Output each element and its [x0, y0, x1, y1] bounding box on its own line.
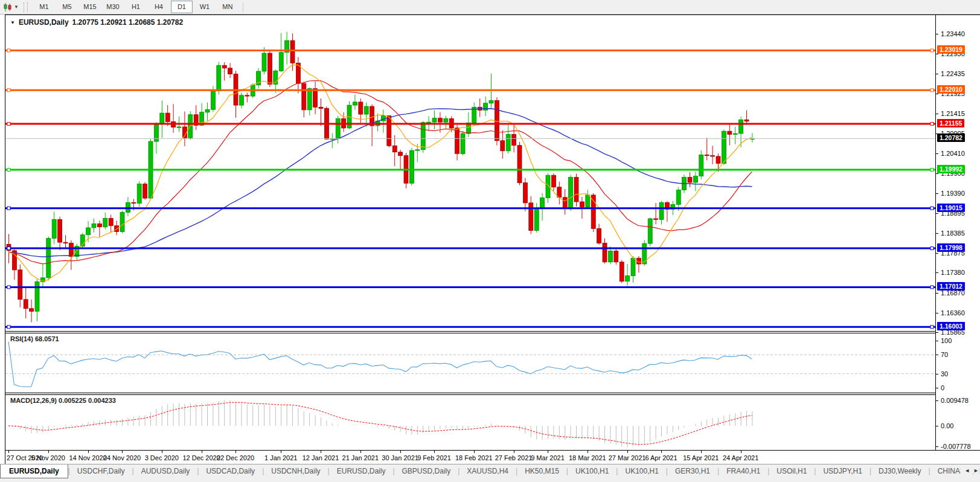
- line-anchor-handle[interactable]: [7, 89, 10, 92]
- candle-body: [676, 190, 681, 204]
- candle-body: [591, 195, 595, 229]
- chevron-down-icon[interactable]: ▼: [14, 4, 19, 10]
- chart-tab-dj30-weekly[interactable]: DJ30,Weekly: [871, 464, 928, 478]
- rsi-axis-label: 70: [941, 351, 948, 358]
- line-anchor-handle[interactable]: [930, 286, 934, 289]
- macd-tick-mark: [936, 400, 938, 401]
- chart-tab-hk50-m15[interactable]: HK50,M15: [517, 464, 566, 478]
- date-tick-label: 14 Nov 2020: [69, 454, 106, 461]
- chart-tab-eurusd-daily[interactable]: EURUSD,Daily: [0, 464, 68, 478]
- date-tick-label: 9 Mar 2021: [531, 454, 565, 461]
- chart-tab-uk100-h1[interactable]: UK100,H1: [568, 464, 616, 478]
- date-tick-mark: [48, 451, 49, 453]
- current-price-badge: 1.20782: [937, 133, 965, 142]
- chart-tab-usdcad-daily[interactable]: USDCAD,Daily: [199, 464, 262, 478]
- candle-body: [512, 134, 516, 145]
- candle-body: [739, 120, 743, 133]
- date-tick-label: 12 Dec 2020: [182, 454, 220, 461]
- rsi-label: RSI(14) 68.0571: [10, 335, 59, 342]
- symbol-period-label: EURUSD,Daily: [19, 18, 69, 27]
- chart-tab-usdcnh-daily[interactable]: USDCNH,Daily: [264, 464, 327, 478]
- chart-tab-gbpusd-daily[interactable]: GBPUSD,Daily: [395, 464, 458, 478]
- triangle-down-icon[interactable]: ▼: [10, 20, 15, 25]
- line-anchor-handle[interactable]: [7, 207, 10, 210]
- candle-body: [421, 123, 425, 150]
- chart-tab-uk100-h1[interactable]: UK100,H1: [618, 464, 665, 478]
- candle-body: [63, 242, 68, 243]
- line-anchor-handle[interactable]: [930, 89, 934, 92]
- line-anchor-handle[interactable]: [930, 49, 934, 52]
- date-tick-label: 27 Mar 2021: [609, 454, 646, 461]
- candle-body: [517, 146, 522, 183]
- timeframe-button-h1[interactable]: H1: [125, 1, 147, 13]
- rsi-indicator-pane[interactable]: RSI(14) 68.0571: [5, 333, 935, 393]
- date-tick-mark: [400, 451, 401, 453]
- candle-body: [461, 133, 465, 153]
- candle-body: [290, 40, 295, 63]
- chart-tab-usdchf-daily[interactable]: USDCHF,Daily: [70, 464, 132, 478]
- candlestick-chart-icon[interactable]: [2, 2, 14, 13]
- candle-body: [239, 95, 243, 105]
- timeframe-button-m30[interactable]: M30: [102, 1, 124, 13]
- chart-tab-ger30-h1[interactable]: GER30,H1: [668, 464, 717, 478]
- chart-tab-fra40-h1[interactable]: FRA40,H1: [719, 464, 767, 478]
- chart-window: ▼ EURUSD,Daily 1.20775 1.20921 1.20685 1…: [5, 14, 980, 464]
- date-tick-label: 22 Dec 2020: [217, 454, 254, 461]
- chart-tab-usoil-h1[interactable]: USOil,H1: [769, 464, 814, 478]
- timeframe-button-mn[interactable]: MN: [217, 1, 239, 13]
- chart-tab-audusd-daily[interactable]: AUDUSD,Daily: [134, 464, 197, 478]
- timeframe-button-m15[interactable]: M15: [79, 1, 101, 13]
- price-line-badge: 1.19992: [937, 165, 965, 173]
- chart-tab-eurusd-daily[interactable]: EURUSD,Daily: [330, 464, 393, 478]
- price-tick-mark: [936, 153, 938, 154]
- candle-body: [489, 100, 493, 103]
- line-anchor-handle[interactable]: [7, 49, 10, 52]
- candle-body: [506, 134, 510, 150]
- price-tick-mark: [936, 54, 938, 54]
- candle-body: [143, 184, 147, 199]
- scroll-right-icon[interactable]: ►: [973, 468, 979, 474]
- chart-tab-xauusd-h4[interactable]: XAUUSD,H4: [460, 464, 516, 478]
- candle-body: [364, 106, 368, 114]
- candle-body: [540, 198, 545, 208]
- price-tick-mark: [936, 313, 938, 313]
- line-anchor-handle[interactable]: [930, 123, 934, 126]
- chart-tab-usdjpy-h1[interactable]: USDJPY,H1: [816, 464, 869, 478]
- timeframe-button-h4[interactable]: H4: [148, 1, 170, 13]
- candle-body: [165, 113, 170, 121]
- date-tick-label: 27 Feb 2021: [495, 454, 533, 461]
- candle-body: [24, 300, 28, 309]
- toolbar-grip[interactable]: [24, 2, 28, 12]
- candle-body: [654, 219, 658, 219]
- candle-body: [279, 53, 283, 71]
- date-tick-mark: [701, 451, 702, 453]
- candle-body: [137, 184, 141, 204]
- candle-body: [313, 89, 318, 108]
- timeframe-button-m1[interactable]: M1: [33, 1, 55, 13]
- price-line-badge: 1.17998: [937, 243, 965, 252]
- line-anchor-handle[interactable]: [7, 326, 10, 329]
- candle-body: [86, 228, 91, 235]
- timeframe-button-w1[interactable]: W1: [194, 1, 216, 13]
- line-anchor-handle[interactable]: [7, 123, 10, 126]
- candle-body: [205, 109, 210, 112]
- line-anchor-handle[interactable]: [930, 247, 934, 250]
- price-line-badge: 1.23019: [937, 45, 965, 54]
- line-anchor-handle[interactable]: [930, 326, 934, 329]
- line-anchor-handle[interactable]: [7, 169, 10, 172]
- line-anchor-handle[interactable]: [930, 207, 934, 210]
- date-tick-label: 15 Apr 2021: [683, 454, 719, 461]
- line-anchor-handle[interactable]: [930, 169, 934, 172]
- macd-axis-label: 0.00: [941, 422, 953, 429]
- line-anchor-handle[interactable]: [7, 247, 10, 250]
- date-tick-mark: [235, 451, 236, 453]
- timeframe-button-m5[interactable]: M5: [56, 1, 78, 13]
- macd-indicator-pane[interactable]: MACD(12,26,9) 0.005225 0.004233: [5, 395, 935, 450]
- line-anchor-handle[interactable]: [7, 286, 10, 289]
- date-tick-label: 9 Feb 2021: [417, 454, 451, 461]
- price-tick-mark: [936, 34, 938, 34]
- timeframe-button-d1[interactable]: D1: [171, 1, 193, 13]
- rsi-tick-mark: [936, 355, 938, 355]
- price-chart-pane[interactable]: ▼ EURUSD,Daily 1.20775 1.20921 1.20685 1…: [5, 15, 935, 331]
- scroll-left-icon[interactable]: ◄: [964, 468, 970, 474]
